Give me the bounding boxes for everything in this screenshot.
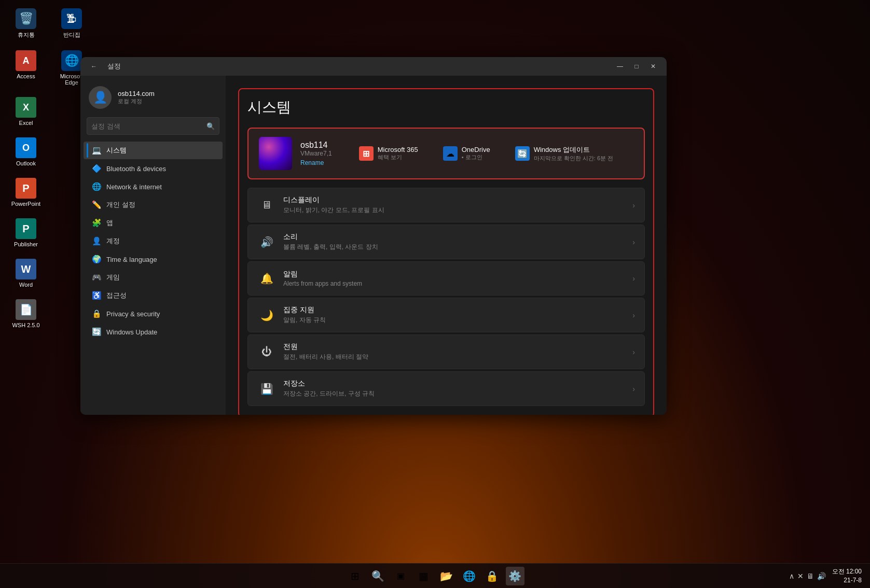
network-label: Network & internet xyxy=(106,183,162,191)
privacy-label: Privacy & security xyxy=(106,310,160,318)
page-title: 시스템 xyxy=(247,97,645,117)
desktop-icon-recycle-bin[interactable]: 🗑️ 휴지통 xyxy=(5,5,47,42)
taskbar-search-button[interactable]: 🔍 xyxy=(369,567,388,585)
user-name: osb114.com xyxy=(118,90,155,97)
search-input[interactable] xyxy=(91,122,206,130)
desktop-icon-word[interactable]: W Word xyxy=(5,256,47,291)
notifications-chevron: › xyxy=(632,274,635,283)
power-icon: ⏻ xyxy=(257,343,276,361)
computer-image xyxy=(259,137,292,170)
update-label: Windows Update xyxy=(106,328,157,336)
gaming-label: 게임 xyxy=(106,273,120,282)
storage-icon: 💾 xyxy=(257,380,276,398)
main-content-wrapper: 시스템 osb114 VMware7,1 Rename ⊞ xyxy=(238,88,654,415)
taskbar-settings[interactable]: ⚙️ xyxy=(506,567,524,585)
minimize-button[interactable]: — xyxy=(613,61,627,72)
taskbar-files[interactable]: 📂 xyxy=(437,567,456,585)
power-desc: 절전, 배터리 사용, 배터리 절약 xyxy=(283,353,625,361)
storage-name: 저장소 xyxy=(283,379,625,388)
settings-body: 👤 osb114.com 로컬 계정 🔍 💻 xyxy=(80,76,667,415)
settings-item-notifications[interactable]: 🔔 알림 Alerts from apps and system › xyxy=(247,261,645,296)
settings-item-focus[interactable]: 🌙 집중 지원 알림, 자동 규칙 › xyxy=(247,298,645,332)
windows-update-name: Windows 업데이트 xyxy=(534,145,613,155)
sidebar: 👤 osb114.com 로컬 계정 🔍 💻 xyxy=(80,76,226,415)
ms365-action[interactable]: ⊞ Microsoft 365 혜택 보기 xyxy=(353,141,424,166)
network-icon: 🌐 xyxy=(92,182,101,191)
notifications-desc: Alerts from apps and system xyxy=(283,280,625,287)
accounts-icon: 👤 xyxy=(92,236,101,246)
accounts-label: 계정 xyxy=(106,236,120,246)
window-controls: — □ ✕ xyxy=(613,61,660,72)
sound-icon: 🔊 xyxy=(257,233,276,251)
avatar: 👤 xyxy=(89,86,112,109)
taskbar-volume-icon[interactable]: 🔊 xyxy=(817,572,826,580)
title-bar: ← 설정 — □ ✕ xyxy=(80,57,667,76)
ms365-sub: 혜택 보기 xyxy=(378,153,418,161)
bluetooth-label: Bluetooth & devices xyxy=(106,165,166,173)
sidebar-item-accessibility[interactable]: ♿ 접근성 xyxy=(84,287,223,304)
desktop-icon-excel[interactable]: X Excel xyxy=(5,94,47,129)
system-icon: 💻 xyxy=(92,146,101,155)
sidebar-item-system[interactable]: 💻 시스템 xyxy=(84,142,223,159)
settings-list: 🖥 디스플레이 모니터, 밝기, 야간 모드, 프로필 표시 › 🔊 소리 xyxy=(247,188,645,406)
user-section[interactable]: 👤 osb114.com 로컬 계정 xyxy=(80,82,226,117)
rename-link[interactable]: Rename xyxy=(300,159,332,166)
taskbar-start-button[interactable]: ⊞ xyxy=(346,567,365,585)
desktop-icon-outlook[interactable]: O Outlook xyxy=(5,134,47,170)
sidebar-item-network[interactable]: 🌐 Network & internet xyxy=(84,178,223,195)
taskbar-monitor-icon[interactable]: 🖥 xyxy=(807,572,814,580)
desktop-icon-powerpoint[interactable]: P PowerPoint xyxy=(5,175,47,210)
apps-label: 앱 xyxy=(106,218,113,228)
desktop-icons: 🗑️ 휴지통 🗜 반디집 A Access 🌐 Microsoft Edge X xyxy=(5,5,92,331)
taskbar-close-icon[interactable]: ✕ xyxy=(797,572,804,580)
taskbar-chevron-up[interactable]: ∧ xyxy=(789,572,794,580)
taskbar-clock[interactable]: 오전 12:00 21-7-8 xyxy=(832,567,862,585)
display-name: 디스플레이 xyxy=(283,195,625,205)
taskbar-task-view[interactable]: ▣ xyxy=(392,567,410,585)
time-icon: 🌍 xyxy=(92,255,101,264)
sidebar-item-personalization[interactable]: ✏️ 개인 설정 xyxy=(84,196,223,214)
settings-item-sound[interactable]: 🔊 소리 볼륨 레벨, 출력, 입력, 사운드 장치 › xyxy=(247,225,645,259)
desktop-icon-wsh[interactable]: 📄 WSH 2.5.0 xyxy=(5,296,47,331)
onedrive-sub: • 로그인 xyxy=(462,153,490,161)
sidebar-item-windows-update[interactable]: 🔄 Windows Update xyxy=(84,323,223,341)
notifications-icon: 🔔 xyxy=(257,269,276,288)
close-button[interactable]: ✕ xyxy=(646,61,660,72)
taskbar-widgets[interactable]: ▦ xyxy=(415,567,433,585)
maximize-button[interactable]: □ xyxy=(629,61,644,72)
update-icon: 🔄 xyxy=(92,327,101,337)
taskbar-lock[interactable]: 🔒 xyxy=(483,567,502,585)
notifications-name: 알림 xyxy=(283,270,625,279)
profile-card[interactable]: osb114 VMware7,1 Rename ⊞ Microsoft 365 … xyxy=(247,128,645,179)
sidebar-item-apps[interactable]: 🧩 앱 xyxy=(84,214,223,232)
windows-update-action[interactable]: 🔄 Windows 업데이트 마지막으로 확인한 시간: 6분 전 xyxy=(509,141,619,166)
back-button[interactable]: ← xyxy=(87,61,101,72)
settings-item-storage[interactable]: 💾 저장소 저장소 공간, 드라이브, 구성 규칙 › xyxy=(247,371,645,406)
sidebar-item-accounts[interactable]: 👤 계정 xyxy=(84,232,223,250)
settings-item-power[interactable]: ⏻ 전원 절전, 배터리 사용, 배터리 절약 › xyxy=(247,334,645,369)
bluetooth-icon: 🔷 xyxy=(92,164,101,173)
onedrive-action[interactable]: ☁ OneDrive • 로그인 xyxy=(437,141,496,166)
sidebar-item-gaming[interactable]: 🎮 게임 xyxy=(84,269,223,286)
desktop-icon-publisher[interactable]: P Publisher xyxy=(5,215,47,250)
active-indicator xyxy=(87,143,88,158)
sound-name: 소리 xyxy=(283,232,625,242)
search-icon: 🔍 xyxy=(206,122,215,130)
storage-desc: 저장소 공간, 드라이브, 구성 규칙 xyxy=(283,389,625,398)
taskbar: ⊞ 🔍 ▣ ▦ 📂 🌐 🔒 ⚙️ ∧ ✕ 🖥 🔊 오전 12:00 21-7-8 xyxy=(0,563,870,588)
storage-chevron: › xyxy=(632,385,635,393)
taskbar-sys-icons: ∧ ✕ 🖥 🔊 xyxy=(789,572,826,580)
sidebar-item-privacy[interactable]: 🔒 Privacy & security xyxy=(84,305,223,323)
computer-sub: VMware7,1 xyxy=(300,150,332,157)
settings-item-display[interactable]: 🖥 디스플레이 모니터, 밝기, 야간 모드, 프로필 표시 › xyxy=(247,188,645,222)
sidebar-item-bluetooth[interactable]: 🔷 Bluetooth & devices xyxy=(84,160,223,177)
desktop: 🗑️ 휴지통 🗜 반디집 A Access 🌐 Microsoft Edge X xyxy=(0,0,870,588)
sidebar-item-time[interactable]: 🌍 Time & language xyxy=(84,250,223,268)
user-type: 로컬 계정 xyxy=(118,97,155,105)
desktop-icon-access[interactable]: A Access xyxy=(5,47,47,89)
user-info: osb114.com 로컬 계정 xyxy=(118,90,155,105)
desktop-icon-bandzip[interactable]: 🗜 반디집 xyxy=(51,5,92,42)
taskbar-edge[interactable]: 🌐 xyxy=(460,567,479,585)
main-content: 시스템 osb114 VMware7,1 Rename ⊞ xyxy=(226,76,667,415)
search-box[interactable]: 🔍 xyxy=(87,117,219,135)
